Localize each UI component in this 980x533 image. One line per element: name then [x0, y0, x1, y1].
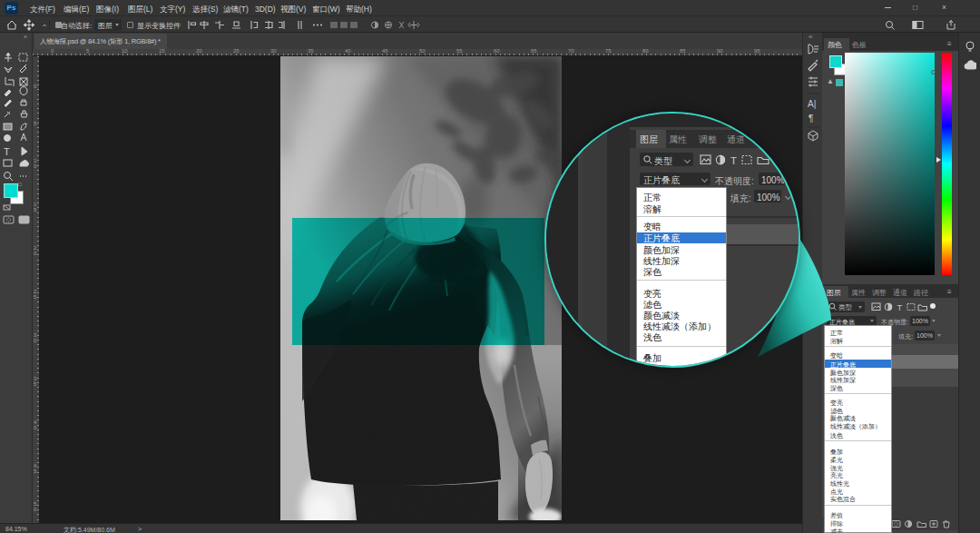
svg-text:¶: ¶ [808, 114, 813, 123]
svg-text:T: T [897, 302, 903, 311]
svg-text:T: T [730, 155, 737, 166]
svg-text:A|: A| [808, 99, 816, 109]
svg-text:T: T [4, 146, 10, 157]
